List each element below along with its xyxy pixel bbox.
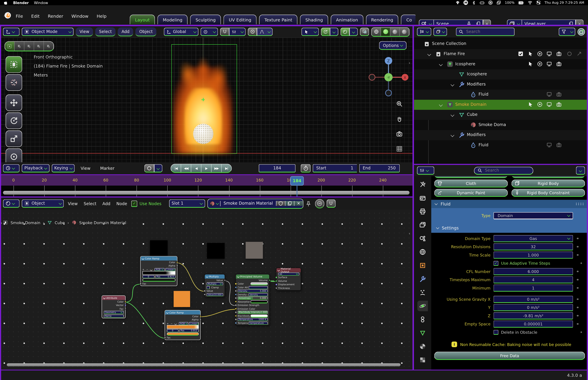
outliner-item-label[interactable]: Icosphere (455, 61, 475, 66)
color-ramp-gradient[interactable] (142, 271, 175, 275)
viewport-menu-add[interactable]: Add (118, 27, 133, 37)
physics-button-rigid-body[interactable]: Rigid Body (512, 180, 585, 188)
ramp-interpolation-dropdown[interactable]: Linear (165, 268, 175, 271)
screen-dim-icon[interactable] (546, 92, 552, 97)
node-socket[interactable] (235, 301, 237, 303)
camera-icon[interactable] (556, 51, 562, 57)
ramp-colormode-dropdown[interactable]: RGB (179, 322, 188, 325)
node-dropdown[interactable]: All (278, 272, 299, 275)
properties-tab-particles[interactable] (417, 287, 428, 298)
ramp-stop-index[interactable]: 0 (167, 329, 178, 332)
node-socket[interactable] (275, 284, 277, 285)
rotate-tool[interactable] (6, 113, 22, 129)
transform-orientation-dropdown[interactable]: Global (164, 28, 199, 36)
color-ramp-gradient[interactable] (167, 325, 199, 329)
node-pvolume[interactable]: Principled VolumeVolumeColorColor Attrib… (235, 274, 270, 325)
proportional-editing-toggle[interactable] (248, 28, 257, 36)
node-socket[interactable] (235, 318, 237, 321)
fake-user-shield-icon[interactable] (276, 201, 285, 206)
screen-icon[interactable] (546, 51, 552, 57)
node-header[interactable]: Color Ramp (165, 310, 200, 315)
node-text-field[interactable]: Name (104, 315, 124, 317)
node-socket[interactable] (199, 319, 201, 321)
viewport-menu-view[interactable]: View (76, 27, 93, 37)
outliner-row[interactable]: Smoke Domain (414, 100, 588, 110)
checkbox-delete-in-obstacle[interactable] (493, 330, 498, 335)
expand-chevron-icon[interactable] (451, 113, 454, 117)
ramp-stop-color[interactable] (167, 333, 199, 336)
properties-tab-output[interactable] (417, 206, 428, 217)
node-socket[interactable] (235, 322, 237, 324)
ramp-interpolation-dropdown[interactable]: Linear (189, 322, 199, 325)
emitter-sphere[interactable] (193, 124, 213, 144)
show-gizmos-toggle[interactable] (321, 28, 330, 36)
snap-settings-dropdown[interactable] (229, 28, 246, 36)
ramp-remove-button[interactable]: − (146, 268, 148, 271)
editor-divider[interactable] (412, 26, 414, 370)
properties-tab-object[interactable] (417, 260, 428, 271)
move-tool[interactable] (6, 95, 22, 111)
properties-options-dropdown[interactable] (576, 167, 585, 175)
proportional-falloff-dropdown[interactable] (257, 28, 273, 36)
viewport-canvas[interactable]: Front Orthographic (184) Flame Fire | Sm… (0, 38, 412, 162)
outliner-row[interactable]: Modifiers (414, 79, 588, 90)
properties-search[interactable] (474, 167, 533, 174)
outliner-row[interactable]: Smoke Doma (414, 120, 588, 130)
properties-tab-texture[interactable] (417, 355, 428, 365)
pan-hand-icon[interactable] (396, 115, 403, 122)
camera-icon[interactable] (556, 102, 562, 107)
viewport-editor-type-button[interactable] (3, 28, 19, 36)
material-copy-button[interactable] (285, 201, 294, 206)
outliner-filter-dropdown[interactable] (559, 28, 575, 36)
overlays-dropdown[interactable] (349, 28, 358, 36)
node-checkbox[interactable] (206, 286, 209, 289)
ramp-add-button[interactable]: + (142, 268, 144, 271)
physics-button-dynamic-paint[interactable]: Dynamic Paint (434, 189, 508, 197)
viewport-menu-select[interactable]: Select (95, 27, 115, 37)
node-attribute[interactable]: AttributeColorVectorFacGeometryName (102, 295, 126, 318)
node-header[interactable]: Attribute (102, 296, 125, 300)
region-toggle-icon[interactable]: ‹ (409, 231, 410, 235)
xray-toggle[interactable] (360, 28, 369, 36)
frame-start-field[interactable]: Start1 (313, 164, 357, 172)
menu-help[interactable]: Help (97, 13, 107, 19)
texture-paint-icon[interactable] (44, 42, 54, 51)
node-editor-scrollbar[interactable] (7, 363, 400, 366)
ramp-remove-button[interactable]: − (171, 322, 173, 325)
ramp-stop-position[interactable]: Pos0.823 (155, 275, 175, 278)
menu-window[interactable]: Window (72, 13, 89, 19)
shader-menu-add[interactable]: Add (101, 200, 112, 208)
node-header[interactable]: Principled Volume (236, 274, 269, 278)
camera-dim-icon[interactable] (556, 92, 562, 97)
timeline-scrollbar[interactable] (3, 191, 410, 195)
shader-mode-dropdown[interactable]: Object (22, 200, 64, 208)
outliner-item-label[interactable]: Modifiers (467, 132, 486, 137)
node-value-field[interactable]: Value10.000 (206, 293, 223, 296)
jump-start-icon[interactable]: |◀ (171, 164, 181, 173)
properties-search-input[interactable] (484, 168, 527, 173)
shading-solid[interactable] (381, 28, 390, 36)
node-socket[interactable] (235, 297, 237, 299)
menubar-clock[interactable]: Thu Aug 29 7:29:25 AM (544, 1, 584, 4)
cursor-tool[interactable] (6, 74, 22, 91)
timeline-editor-type-button[interactable] (3, 164, 19, 172)
properties-editor-type-button[interactable] (417, 167, 434, 175)
checkbox-icon[interactable] (518, 51, 524, 57)
workspace-tab-shading[interactable]: Shading (300, 15, 328, 24)
ramp-colormode-dropdown[interactable]: RGB (154, 268, 164, 271)
field-z[interactable]: -9.81 m/s² (493, 312, 573, 319)
outliner-item-label[interactable]: Fluid (478, 143, 488, 148)
object-mode-icon[interactable] (5, 42, 15, 51)
node-header[interactable]: Multiply (205, 274, 225, 278)
node-snap-toggle[interactable] (326, 200, 336, 208)
menu-render[interactable]: Render (48, 13, 63, 19)
node-value-field[interactable]: Temperature1000 K (238, 318, 267, 321)
node-text-field[interactable] (248, 286, 268, 289)
zoom-icon[interactable] (396, 100, 403, 107)
properties-tab-material[interactable] (417, 341, 428, 352)
wifi-icon[interactable] (528, 0, 532, 5)
breadcrumb-item[interactable]: Smoke Domain (11, 220, 40, 225)
select-box-tool[interactable] (6, 56, 22, 73)
use-nodes-checkbox[interactable]: ✓Use Nodes (131, 200, 161, 207)
outliner-item-label[interactable]: Modifiers (467, 82, 486, 87)
